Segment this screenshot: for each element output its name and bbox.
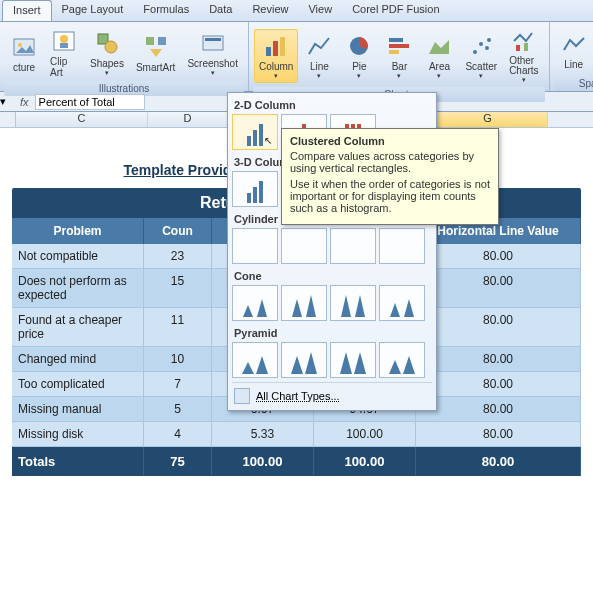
pie-chart-icon — [345, 32, 373, 60]
area-chart-button[interactable]: Area▾ — [420, 29, 458, 83]
svg-rect-13 — [280, 37, 285, 56]
100pct-cylinder-option[interactable] — [330, 228, 376, 264]
column-chart-icon — [262, 32, 290, 60]
stacked-cone-option[interactable] — [281, 285, 327, 321]
chevron-down-icon: ▾ — [522, 76, 526, 84]
picture-icon — [10, 33, 38, 61]
col-header-g[interactable]: G — [428, 112, 548, 127]
tab-data[interactable]: Data — [199, 0, 242, 21]
line-chart-icon — [305, 32, 333, 60]
svg-rect-12 — [273, 41, 278, 56]
section-cone: Cone — [232, 268, 432, 285]
chevron-down-icon: ▾ — [479, 72, 483, 80]
bar-chart-button[interactable]: Bar▾ — [380, 29, 418, 83]
clustered-column-tooltip: Clustered Column Compare values across c… — [281, 128, 499, 225]
100pct-cone-option[interactable] — [330, 285, 376, 321]
picture-button[interactable]: cture — [5, 30, 43, 76]
ribbon-tab-strip: Insert Page Layout Formulas Data Review … — [0, 0, 593, 22]
screenshot-icon — [199, 29, 227, 57]
svg-point-21 — [487, 38, 491, 42]
3d-cylinder-option[interactable] — [379, 228, 425, 264]
svg-rect-17 — [389, 50, 399, 54]
chevron-down-icon: ▾ — [397, 72, 401, 80]
bar-chart-icon — [385, 32, 413, 60]
stacked-pyramid-option[interactable] — [281, 342, 327, 378]
svg-rect-7 — [146, 37, 154, 45]
shapes-button[interactable]: Shapes▾ — [85, 26, 129, 80]
stacked-cylinder-option[interactable] — [281, 228, 327, 264]
sparkline-line-icon — [560, 30, 588, 58]
clipart-button[interactable]: Clip Art — [45, 24, 83, 81]
smartart-icon — [142, 33, 170, 61]
100pct-pyramid-option[interactable] — [330, 342, 376, 378]
th-count: Coun — [144, 218, 212, 244]
section-pyramid: Pyramid — [232, 325, 432, 342]
svg-point-6 — [105, 41, 117, 53]
clustered-cylinder-option[interactable] — [232, 228, 278, 264]
name-box-dropdown[interactable]: ▾ — [0, 95, 14, 108]
3d-clustered-column-option[interactable] — [232, 171, 278, 207]
select-all-corner[interactable] — [0, 112, 16, 127]
tab-view[interactable]: View — [298, 0, 342, 21]
column-chart-button[interactable]: Column▾ — [254, 29, 298, 83]
svg-rect-23 — [524, 43, 528, 51]
table-row[interactable]: Missing disk45.33100.0080.00 — [12, 422, 581, 447]
col-header-c[interactable]: C — [16, 112, 148, 127]
shapes-icon — [93, 29, 121, 57]
chevron-down-icon: ▾ — [357, 72, 361, 80]
svg-rect-15 — [389, 38, 403, 42]
svg-point-20 — [485, 46, 489, 50]
chevron-down-icon: ▾ — [211, 69, 215, 77]
svg-rect-22 — [516, 45, 520, 51]
chevron-down-icon: ▾ — [105, 69, 109, 77]
area-chart-icon — [425, 32, 453, 60]
svg-rect-10 — [205, 38, 221, 41]
other-charts-icon — [510, 27, 538, 55]
clustered-pyramid-option[interactable] — [232, 342, 278, 378]
all-chart-types-icon — [234, 388, 250, 404]
chevron-down-icon: ▾ — [437, 72, 441, 80]
svg-point-3 — [60, 35, 68, 43]
formula-input[interactable]: Percent of Total — [35, 94, 145, 110]
svg-rect-4 — [60, 43, 68, 48]
svg-point-19 — [479, 42, 483, 46]
fx-icon[interactable]: fx — [14, 96, 35, 108]
other-charts-button[interactable]: OtherCharts▾ — [504, 24, 543, 87]
ribbon: cture Clip Art Shapes▾ SmartArt Screensh… — [0, 22, 593, 92]
clustered-column-option[interactable]: ↖ — [232, 114, 278, 150]
svg-rect-11 — [266, 47, 271, 56]
scatter-chart-button[interactable]: Scatter▾ — [460, 29, 502, 83]
table-totals-row: Totals 75 100.00 100.00 80.00 — [12, 447, 581, 476]
svg-rect-8 — [158, 37, 166, 45]
group-label-sparklines: Sparklin — [554, 76, 593, 91]
svg-point-18 — [473, 50, 477, 54]
tab-review[interactable]: Review — [242, 0, 298, 21]
tab-insert[interactable]: Insert — [2, 0, 52, 21]
tab-corel-pdf[interactable]: Corel PDF Fusion — [342, 0, 449, 21]
screenshot-button[interactable]: Screenshot▾ — [182, 26, 243, 80]
svg-rect-16 — [389, 44, 409, 48]
tab-page-layout[interactable]: Page Layout — [52, 0, 134, 21]
clipart-icon — [50, 27, 78, 55]
clustered-cone-option[interactable] — [232, 285, 278, 321]
all-chart-types-button[interactable]: All Chart Types... — [232, 382, 432, 406]
chevron-down-icon: ▾ — [317, 72, 321, 80]
tab-formulas[interactable]: Formulas — [133, 0, 199, 21]
section-2d-column: 2-D Column — [232, 97, 432, 114]
scatter-chart-icon — [467, 32, 495, 60]
col-header-d[interactable]: D — [148, 112, 228, 127]
3d-pyramid-option[interactable] — [379, 342, 425, 378]
3d-cone-option[interactable] — [379, 285, 425, 321]
th-problem: Problem — [12, 218, 144, 244]
smartart-button[interactable]: SmartArt — [131, 30, 180, 76]
chevron-down-icon: ▾ — [274, 72, 278, 80]
line-chart-button[interactable]: Line▾ — [300, 29, 338, 83]
svg-point-1 — [18, 43, 22, 47]
pie-chart-button[interactable]: Pie▾ — [340, 29, 378, 83]
sparkline-line-button[interactable]: Line — [555, 27, 593, 73]
